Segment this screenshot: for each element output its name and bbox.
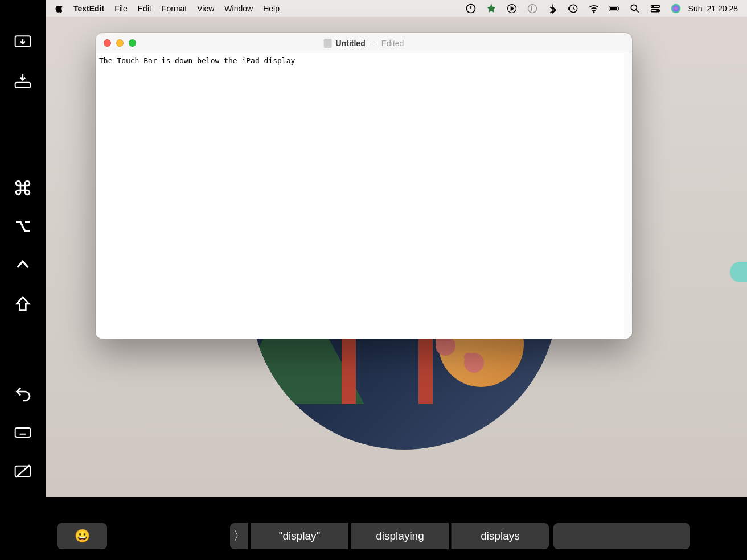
bluetooth-icon[interactable]	[547, 3, 559, 14]
svg-rect-2	[15, 428, 31, 437]
text-suggestion[interactable]: displaying	[351, 523, 449, 549]
status-play-icon[interactable]	[506, 3, 518, 14]
traffic-lights	[104, 39, 136, 47]
menu-app-name[interactable]: TextEdit	[73, 4, 104, 13]
apple-menu-icon[interactable]	[55, 3, 64, 13]
svg-point-12	[631, 5, 637, 10]
text-suggestion[interactable]: "display"	[251, 523, 348, 549]
svg-point-14	[652, 6, 654, 7]
status-app-icon[interactable]	[486, 3, 497, 14]
close-button[interactable]	[104, 39, 111, 47]
svg-point-8	[593, 11, 594, 13]
svg-point-17	[671, 3, 680, 13]
wallpaper-accent	[730, 262, 747, 282]
menubar-day[interactable]: Sun	[688, 4, 703, 13]
screen-off-icon[interactable]	[14, 462, 32, 480]
title-separator: —	[370, 39, 377, 48]
time-machine-icon[interactable]	[568, 3, 579, 14]
document-icon	[324, 39, 332, 48]
minimize-button[interactable]	[116, 39, 124, 47]
title-bar[interactable]: Untitled — Edited	[96, 33, 632, 53]
option-icon[interactable]	[14, 217, 32, 236]
spotlight-icon[interactable]	[629, 3, 641, 14]
status-power-icon[interactable]	[465, 3, 477, 14]
screen-down-icon[interactable]	[14, 33, 32, 51]
command-icon[interactable]	[14, 179, 32, 197]
touch-bar-strip[interactable]	[553, 523, 690, 549]
menu-file[interactable]: File	[114, 4, 128, 13]
menubar-time[interactable]: 21 20 28	[707, 4, 738, 13]
wifi-icon[interactable]	[588, 3, 600, 14]
siri-icon[interactable]	[670, 3, 682, 14]
desktop: TextEdit File Edit Format View Window He…	[46, 0, 747, 497]
undo-icon[interactable]	[14, 385, 32, 403]
svg-point-6	[528, 4, 536, 13]
svg-point-16	[656, 10, 658, 11]
tray-down-icon[interactable]	[14, 72, 32, 90]
control-center-icon[interactable]	[650, 3, 661, 14]
fullscreen-button[interactable]	[129, 39, 136, 47]
svg-rect-11	[618, 7, 619, 9]
menu-window[interactable]: Window	[224, 4, 253, 13]
battery-icon[interactable]	[609, 3, 620, 14]
document-status: Edited	[381, 39, 404, 48]
text-suggestion[interactable]: displays	[451, 523, 549, 549]
menu-bar: TextEdit File Edit Format View Window He…	[46, 0, 747, 17]
touch-bar: 😀 〉 "display" displaying displays	[0, 497, 747, 560]
text-editor[interactable]: The Touch Bar is down below the iPad dis…	[96, 53, 632, 339]
emoji-button[interactable]: 😀	[57, 523, 107, 549]
window-title: Untitled — Edited	[324, 39, 404, 48]
menu-edit[interactable]: Edit	[138, 4, 151, 13]
sidecar-sidebar	[0, 0, 46, 497]
keyboard-icon[interactable]	[14, 423, 32, 442]
document-name: Untitled	[336, 39, 366, 48]
status-display-icon[interactable]	[527, 3, 538, 14]
menu-format[interactable]: Format	[162, 4, 187, 13]
menu-view[interactable]: View	[197, 4, 214, 13]
textedit-window: Untitled — Edited The Touch Bar is down …	[96, 33, 632, 339]
document-text: The Touch Bar is down below the iPad dis…	[99, 56, 295, 65]
expand-chevron-icon[interactable]: 〉	[230, 523, 248, 549]
svg-rect-10	[610, 7, 617, 10]
shift-icon[interactable]	[14, 295, 32, 313]
svg-rect-1	[15, 83, 31, 88]
menu-help[interactable]: Help	[263, 4, 280, 13]
control-icon[interactable]	[14, 256, 32, 274]
